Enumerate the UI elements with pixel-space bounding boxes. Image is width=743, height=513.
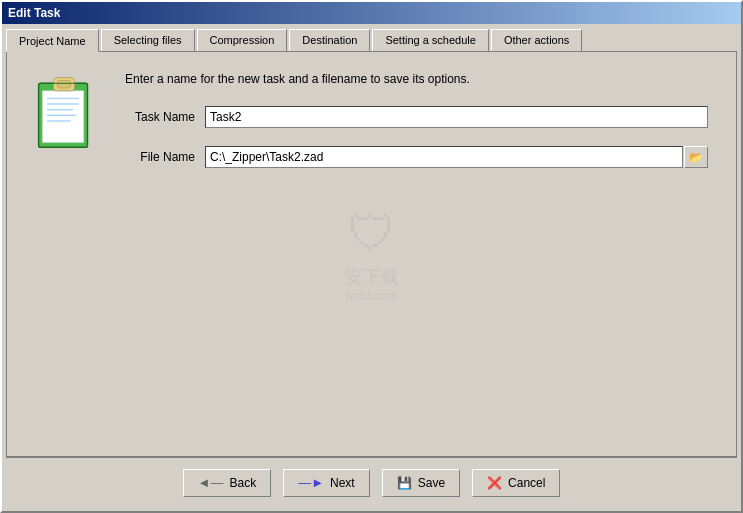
inner-content: Enter a name for the new task and a file… (7, 52, 736, 456)
back-button[interactable]: ◄— Back (183, 469, 272, 497)
next-button[interactable]: —► Next (283, 469, 370, 497)
save-button[interactable]: 💾 Save (382, 469, 460, 497)
next-arrow-icon: —► (298, 475, 324, 490)
browse-button[interactable]: 📂 (684, 146, 708, 168)
form-area: Enter a name for the new task and a file… (109, 64, 724, 444)
content-area: Enter a name for the new task and a file… (6, 51, 737, 457)
clipboard-icon (29, 72, 99, 152)
tab-project-name[interactable]: Project Name (6, 29, 99, 52)
file-name-row: File Name 📂 (125, 146, 708, 168)
file-name-input-group: 📂 (205, 146, 708, 168)
task-name-row: Task Name (125, 106, 708, 128)
task-name-label: Task Name (125, 110, 205, 124)
tab-selecting-files[interactable]: Selecting files (101, 29, 195, 52)
save-label: Save (418, 476, 445, 490)
footer: ◄— Back —► Next 💾 Save ❌ Cancel (6, 457, 737, 507)
main-window: Edit Task Project Name Selecting files C… (0, 0, 743, 513)
task-name-input[interactable] (205, 106, 708, 128)
save-icon: 💾 (397, 476, 412, 490)
file-name-label: File Name (125, 150, 205, 164)
form-description: Enter a name for the new task and a file… (125, 72, 708, 86)
svg-rect-3 (57, 80, 70, 88)
next-label: Next (330, 476, 355, 490)
tab-setting-schedule[interactable]: Setting a schedule (372, 29, 489, 52)
title-bar: Edit Task (2, 2, 741, 24)
tab-compression[interactable]: Compression (197, 29, 288, 52)
tab-bar: Project Name Selecting files Compression… (2, 24, 741, 51)
cancel-button[interactable]: ❌ Cancel (472, 469, 560, 497)
browse-icon: 📂 (689, 151, 703, 164)
icon-area (19, 64, 109, 444)
back-arrow-icon: ◄— (198, 475, 224, 490)
window-title: Edit Task (8, 6, 735, 20)
tab-destination[interactable]: Destination (289, 29, 370, 52)
back-label: Back (229, 476, 256, 490)
file-name-input[interactable] (205, 146, 683, 168)
cancel-icon: ❌ (487, 476, 502, 490)
tab-other-actions[interactable]: Other actions (491, 29, 582, 52)
cancel-label: Cancel (508, 476, 545, 490)
